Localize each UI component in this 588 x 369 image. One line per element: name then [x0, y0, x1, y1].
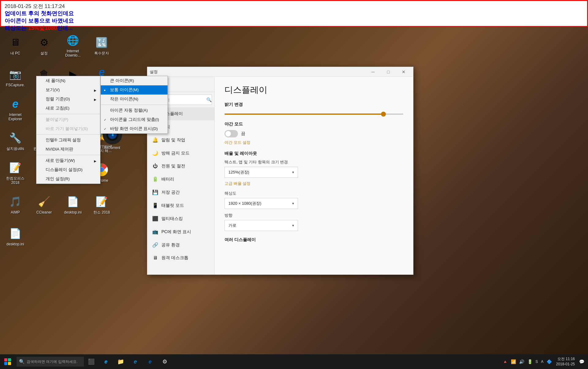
taskbar-settings-button[interactable]: ⚙ [157, 354, 172, 369]
submenu-large-icon[interactable]: 큰 아이콘(R) [101, 76, 168, 85]
ctx-view[interactable]: 보기(V) [36, 85, 100, 95]
ie-label: Internet Explorer [3, 113, 27, 121]
ctx-display-settings[interactable]: 디스플레이 설정(D) [36, 165, 100, 174]
my-pc-icon: 🖥 [8, 35, 23, 50]
taskbar-time: 오전 11:16 [556, 356, 575, 362]
desktop-icon-internet-download[interactable]: 🌐 Internet Downlo... [59, 30, 87, 61]
tray-icon-battery[interactable]: 🔋 [526, 359, 534, 364]
tray-icon-a[interactable]: A [540, 360, 545, 364]
ccleaner-icon: 🧹 [37, 194, 51, 209]
desktop-icon-special-chars[interactable]: 🔣 특수문자 [88, 30, 115, 61]
desktop-icon-hanso[interactable]: 📝 한소 2018 [88, 189, 115, 220]
notif-prefix: 해상도는 [5, 25, 28, 31]
ctx-divider1 [36, 114, 100, 114]
scale-dd-arrow: ▾ [292, 170, 294, 174]
desktop-icon-ccleaner[interactable]: 🧹 CCleaner [30, 189, 58, 220]
scale-dropdown[interactable]: 125%(권장) ▾ [224, 167, 298, 178]
close-button[interactable]: ✕ [397, 67, 411, 77]
minimize-button[interactable]: ─ [366, 67, 380, 77]
taskbar-edge2-button[interactable]: e [143, 354, 157, 369]
desktop-ini2-icon: 📄 [8, 226, 23, 241]
desktop-ini1-label: desktop.ini [64, 210, 81, 214]
brightness-section-title: 밝기 변경 [224, 102, 403, 107]
ctx-paste[interactable]: 붙여넣기(P) [36, 115, 100, 124]
desktop-icon-install-utils[interactable]: 🔧 설치용utils [2, 125, 29, 156]
desktop-icon-hancom[interactable]: 📝 한컴오피스 2018 [2, 157, 29, 188]
orientation-dropdown[interactable]: 가로 ▾ [224, 220, 298, 231]
settings-nav-storage[interactable]: 💾 저장 공간 [147, 186, 214, 199]
tray-action-center[interactable]: 💬 [578, 359, 586, 364]
settings-nav-battery[interactable]: 🔋 배터리 [147, 173, 214, 186]
taskbar-ie-button[interactable]: e [128, 354, 143, 369]
tray-icon-bluetooth[interactable]: 🔷 [545, 359, 553, 364]
tray-icon-volume[interactable]: 🔊 [518, 359, 526, 364]
taskbar-edge-button[interactable]: e [99, 354, 113, 369]
settings-nav-focus-assist[interactable]: 🌙 방해 금지 모드 [147, 147, 214, 160]
desktop-icon-ie[interactable]: e Internet Explorer [2, 94, 29, 124]
ctx-intel[interactable]: 인텔® 그래픽 설정 [36, 136, 100, 145]
taskbar-settings-icon: ⚙ [162, 358, 167, 365]
brightness-slider-container [224, 110, 403, 116]
resolution-dropdown[interactable]: 1920 × 1080(권장) ▾ [224, 198, 298, 209]
taskbar-search[interactable]: 🔍 검색하려면 여기에 입력하세요. [17, 357, 84, 367]
multitasking-nav-icon: ⬛ [152, 216, 158, 222]
taskbar-search-label: 검색하려면 여기에 입력하세요. [27, 359, 77, 364]
ctx-nvidia[interactable]: NVIDIA 제어판 [36, 145, 100, 154]
tray-icon-s[interactable]: S [534, 360, 539, 364]
projecting-nav-label: PC에 화면 표시 [161, 229, 191, 235]
ctx-sort[interactable]: 정렬 기준(O) [36, 95, 100, 104]
settings-nav-tablet[interactable]: 📱 태블릿 모드 [147, 199, 214, 212]
ie-icon: e [8, 97, 23, 111]
desktop[interactable]: 🖥 내 PC ⚙ 설정 🌐 Internet Downlo... 🔣 특수문자 … [0, 27, 588, 354]
desktop-icon-desktop-ini2[interactable]: 📄 desktop.ini [2, 221, 29, 252]
maximize-button[interactable]: □ [381, 67, 395, 77]
settings-nav-notifications[interactable]: 🔔 알림 및 작업 [147, 133, 214, 147]
ctx-divider2 [36, 134, 100, 135]
desktop-icon-desktop-ini1[interactable]: 📄 desktop.ini [59, 189, 87, 220]
tray-icon-network[interactable]: 📶 [510, 359, 517, 364]
start-button[interactable] [0, 354, 15, 369]
desktop-icon-aimp[interactable]: 🎵 AIMP [2, 189, 29, 220]
remote-nav-icon: 🖥 [152, 255, 158, 261]
settings-nav-projecting[interactable]: 📺 PC에 화면 표시 [147, 225, 214, 238]
submenu-medium-icon[interactable]: ● 보통 아이콘(M) [101, 85, 168, 95]
settings-search-button[interactable]: 🔍 [206, 95, 212, 105]
task-view-button[interactable]: ⬛ [84, 354, 99, 369]
submenu-small-icon[interactable]: 작은 아이콘(N) [101, 95, 168, 104]
advanced-scale-link[interactable]: 고급 배율 설정 [224, 181, 403, 186]
resolution-dd-arrow: ▾ [292, 201, 294, 206]
taskbar-folder-button[interactable]: 📁 [113, 354, 128, 369]
tablet-nav-label: 태블릿 모드 [161, 203, 184, 208]
tray-icon-1[interactable]: 🔺 [501, 359, 509, 364]
taskbar-clock[interactable]: 오전 11:16 2018-01-25 [554, 356, 577, 367]
settings-nav-shared[interactable]: 🔗 공유 환경 [147, 238, 214, 252]
desktop-icon-my-pc[interactable]: 🖥 내 PC [2, 30, 29, 61]
power-nav-label: 전원 및 절전 [161, 163, 185, 169]
submenu-show-icons[interactable]: ✓ 바탕 화면 아이콘 표시(D) [101, 124, 168, 133]
ctx-new[interactable]: 새로 만들기(W) [36, 156, 100, 165]
desktop-icon-settings[interactable]: ⚙ 설정 [30, 30, 58, 61]
settings-nav-remote[interactable]: 🖥 원격 데스크톱 [147, 252, 214, 264]
submenu-align-grid[interactable]: ✓ 아이콘을 그리드에 맞춤(I) [101, 115, 168, 124]
ctx-personal-settings[interactable]: 개인 설정(R) [36, 174, 100, 184]
bittorrent-label: BitTorrent [104, 146, 120, 150]
night-mode-settings-link[interactable]: 야간 모드 설정 [224, 140, 403, 145]
grid-check: ✓ [104, 118, 106, 121]
notification-line4: 해상도는 15%및1080인데... [5, 24, 583, 32]
hanso-icon: 📝 [94, 194, 109, 209]
ctx-paste-shortcut[interactable]: 바로 가기 붙여넣기(S) [36, 124, 100, 133]
desktop-icon-fscapture[interactable]: 📷 FSCapture. [2, 62, 29, 92]
ctx-refresh[interactable]: 새로 고침(E) [36, 104, 100, 113]
hancom-icon: 📝 [8, 160, 23, 175]
settings-nav-power[interactable]: ⏻ 전원 및 절전 [147, 160, 214, 173]
submenu-auto-arrange[interactable]: 아이콘 자동 정렬(A) [101, 106, 168, 115]
night-mode-toggle[interactable] [224, 130, 238, 137]
desktop-ini2-label: desktop.ini [6, 242, 24, 246]
night-mode-title: 야간 모드 [224, 121, 403, 127]
brightness-slider[interactable] [224, 114, 403, 115]
notification-bar: 2018-01-25 오전 11:17:24 업데이트 후의 첫화면인데요 아이… [0, 0, 588, 27]
settings-nav-multitasking[interactable]: ⬛ 멀티태스킹 [147, 212, 214, 225]
internet-download-label: Internet Downlo... [61, 49, 85, 58]
sort-arrow [94, 97, 96, 102]
ctx-new-folder[interactable]: 새 폴더(N) [36, 76, 100, 85]
